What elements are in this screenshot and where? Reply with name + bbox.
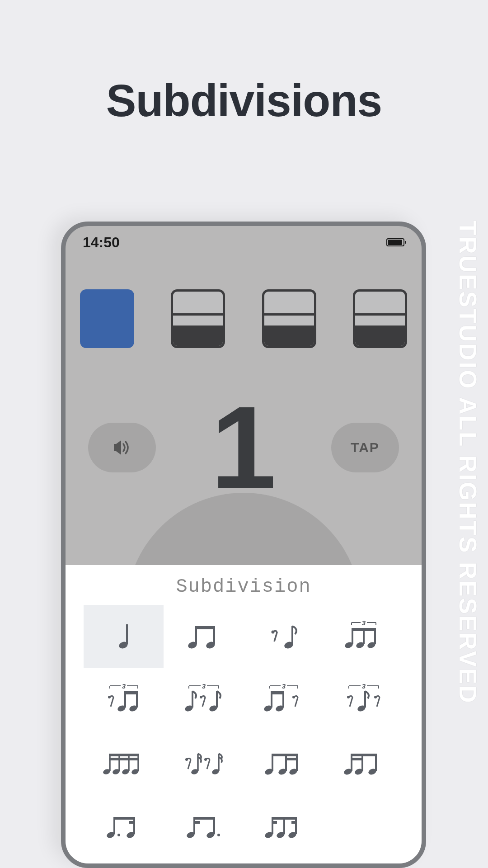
svg-rect-83 bbox=[272, 754, 298, 756]
svg-rect-5 bbox=[195, 626, 215, 629]
subdivision-rest-eighth[interactable] bbox=[244, 605, 324, 668]
triplet-rest-first-icon: 3 bbox=[99, 684, 149, 716]
four-sixteenths-icon bbox=[99, 747, 149, 779]
svg-rect-31 bbox=[124, 691, 138, 694]
subdivision-two-sixteenths-eighth[interactable] bbox=[324, 731, 404, 795]
tap-label: TAP bbox=[351, 440, 380, 455]
svg-point-60 bbox=[347, 696, 350, 698]
subdivision-two-eighths[interactable] bbox=[164, 605, 244, 668]
speaker-icon bbox=[111, 436, 133, 459]
dotted-eighth-sixteenth-icon bbox=[99, 811, 149, 842]
svg-rect-106 bbox=[193, 821, 200, 824]
svg-point-41 bbox=[200, 696, 202, 698]
svg-rect-68 bbox=[109, 754, 139, 756]
sixteenth-dotted-eighth-icon bbox=[179, 811, 229, 842]
triplet-rest-middle-icon: 3 bbox=[179, 684, 229, 716]
triplet-rest-last-icon: 3 bbox=[259, 684, 309, 716]
sixteenth-eighth-sixteenth-icon bbox=[259, 811, 309, 842]
subdivision-sixteenth-eighth-sixteenth[interactable] bbox=[244, 795, 324, 858]
subdivision-title: Subdivision bbox=[66, 565, 422, 605]
svg-text:3: 3 bbox=[282, 684, 286, 690]
svg-rect-84 bbox=[285, 758, 298, 760]
quarter-note-icon bbox=[99, 621, 149, 652]
svg-point-28 bbox=[108, 696, 111, 698]
two-eighths-icon bbox=[179, 621, 229, 652]
subdivision-triplet[interactable]: 3 bbox=[324, 605, 404, 668]
watermark-text: TRUESTUDIO ALL RIGHTS RESERVED bbox=[454, 221, 482, 704]
subdivision-dotted-eighth-sixteenth[interactable] bbox=[84, 795, 164, 858]
svg-rect-0 bbox=[114, 444, 116, 451]
svg-text:3: 3 bbox=[361, 621, 366, 627]
subdivision-four-sixteenths[interactable] bbox=[84, 731, 164, 795]
battery-icon bbox=[386, 238, 404, 246]
triplet-rests-outer-icon: 3 bbox=[339, 684, 389, 716]
subdivision-sixteenth-rest-pattern[interactable] bbox=[164, 731, 244, 795]
beat-1[interactable] bbox=[80, 289, 134, 348]
phone-frame: 14:50 1 TAP bbox=[61, 222, 426, 868]
svg-rect-51 bbox=[271, 691, 284, 694]
svg-point-8 bbox=[271, 631, 274, 634]
beat-4[interactable] bbox=[353, 289, 407, 348]
svg-point-54 bbox=[292, 696, 295, 698]
tap-button[interactable]: TAP bbox=[331, 423, 399, 472]
svg-rect-113 bbox=[272, 817, 297, 820]
svg-rect-114 bbox=[272, 821, 277, 824]
rest-eighth-icon bbox=[259, 621, 309, 652]
svg-rect-98 bbox=[113, 817, 135, 820]
svg-rect-19 bbox=[352, 628, 376, 631]
subdivision-triplet-rest-middle[interactable]: 3 bbox=[164, 668, 244, 731]
svg-point-77 bbox=[204, 758, 207, 761]
subdivision-empty bbox=[324, 795, 404, 858]
subdivision-quarter[interactable] bbox=[84, 605, 164, 668]
center-row: 1 TAP bbox=[66, 348, 422, 506]
subdivision-grid: 3 3 bbox=[66, 605, 422, 858]
subdivision-sixteenth-dotted-eighth[interactable] bbox=[164, 795, 244, 858]
svg-point-109 bbox=[217, 834, 220, 836]
subdivision-triplet-rests-outer[interactable]: 3 bbox=[324, 668, 404, 731]
two-sixteenths-eighth-icon bbox=[339, 747, 389, 779]
triplet-icon: 3 bbox=[339, 621, 389, 652]
subdivision-eighth-two-sixteenths[interactable] bbox=[244, 731, 324, 795]
page-title: Subdivisions bbox=[0, 75, 488, 127]
subdivision-panel: Subdivision bbox=[66, 565, 422, 863]
subdivision-triplet-rest-last[interactable]: 3 bbox=[244, 668, 324, 731]
sixteenth-rest-pattern-icon bbox=[179, 747, 229, 779]
beat-2[interactable] bbox=[171, 289, 225, 348]
svg-rect-115 bbox=[291, 821, 297, 824]
current-beat-number: 1 bbox=[211, 389, 277, 506]
eighth-two-sixteenths-icon bbox=[259, 747, 309, 779]
svg-point-63 bbox=[374, 696, 377, 698]
sound-button[interactable] bbox=[88, 423, 156, 472]
svg-rect-99 bbox=[129, 821, 135, 824]
svg-rect-105 bbox=[193, 817, 215, 820]
svg-rect-92 bbox=[351, 758, 363, 760]
svg-rect-91 bbox=[351, 754, 377, 756]
status-time: 14:50 bbox=[83, 234, 120, 251]
svg-text:3: 3 bbox=[361, 684, 366, 690]
svg-point-101 bbox=[117, 834, 120, 836]
subdivision-triplet-rest-first[interactable]: 3 bbox=[84, 668, 164, 731]
svg-rect-69 bbox=[109, 758, 139, 760]
svg-point-74 bbox=[185, 758, 188, 761]
status-bar: 14:50 bbox=[66, 226, 422, 253]
beat-3[interactable] bbox=[262, 289, 316, 348]
svg-text:3: 3 bbox=[202, 684, 206, 690]
svg-text:3: 3 bbox=[122, 684, 126, 690]
beat-row bbox=[66, 253, 422, 348]
